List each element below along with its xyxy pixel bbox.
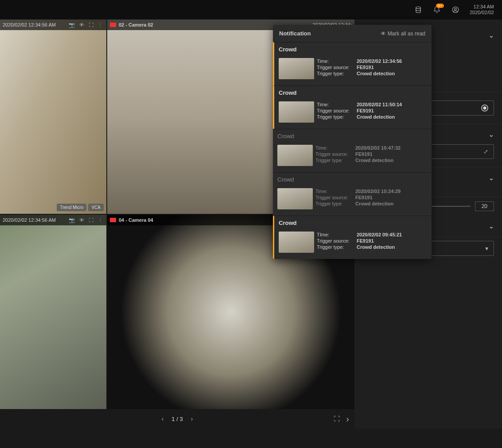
notification-item[interactable]: CrowdTime:2020/02/02 11:50:14Trigger sou… [273,85,432,129]
tile-header: 2020/02/02 12:34:56 AM 📷 👁 ⛶ ⋮ [0,19,106,30]
notif-details: TIme:2020/02/02 09:45:21Trigger source:F… [317,232,427,253]
tile-header: 2020/02/02 12:34:56 AM 📷 👁 ⛶ ⋮ [0,215,106,225]
svg-point-2 [455,8,457,10]
clock: 12:34 AM 2020/02/02 [470,4,494,15]
fullscreen-icon[interactable]: ⛶ [88,217,94,223]
notif-type: Crowd [279,220,427,226]
tile-title: 02 - Camera 02 [119,22,153,27]
notification-item[interactable]: CrowdTime:2020/02/02 12:34:56Trigger sou… [273,42,432,85]
chevron-down-icon[interactable]: ⌄ [489,131,494,138]
snapshot-icon[interactable]: 📷 [68,22,76,28]
chevron-down-icon[interactable]: ⌄ [489,223,494,230]
tile-timestamp: 2020/02/02 12:34:56 AM [3,217,56,223]
more-icon[interactable]: ⋮ [97,217,104,223]
more-icon[interactable]: ⋮ [97,22,104,28]
notif-thumbnail [277,188,313,209]
video-feed [0,19,106,214]
eye-icon: 👁 [381,31,386,37]
next-page[interactable]: › [191,415,193,422]
pager: ‹ 1 / 3 › ⛶ › [0,409,354,429]
notif-thumbnail [279,58,314,79]
rec-icon [110,23,116,27]
prev-page[interactable]: ‹ [162,415,164,422]
notif-type: Crowd [279,46,427,53]
notification-panel: Notification 👁 Mark all as read CrowdTim… [273,25,432,259]
chevron-down-icon[interactable]: ⌄ [489,32,494,39]
snapshot-icon[interactable]: 📷 [68,217,76,223]
notif-details: Time:2020/02/02 12:34:56Trigger source:F… [317,58,427,79]
camera-tile-1[interactable]: 2020/02/02 12:34:56 AM 📷 👁 ⛶ ⋮ Trend Mic… [0,19,106,214]
page-current: 1 [171,416,175,422]
notif-type: Crowd [277,133,427,139]
eye-icon[interactable]: 👁 [78,217,85,223]
collapse-panel-icon[interactable]: › [346,414,349,424]
page-total: 3 [179,416,183,422]
notif-details: Time:2020/02/02 10:24:29Trigger source:F… [315,188,427,209]
expand-icon[interactable]: ⛶ [334,415,340,422]
notification-item[interactable]: CrowdTime:2020/02/02 10:47:32Trigger sou… [273,129,432,172]
clock-time: 12:34 AM [470,4,494,10]
notif-details: Time:2020/02/02 10:47:32Trigger source:F… [315,145,427,166]
tag-vca[interactable]: VCA [88,204,104,211]
notif-thumbnail [279,101,314,123]
notif-thumbnail [279,232,314,253]
notification-item[interactable]: CrowdTIme:2020/02/02 09:45:21Trigger sou… [273,216,432,259]
notification-item[interactable]: CrowdTime:2020/02/02 10:24:29Trigger sou… [273,172,432,216]
tile-tags: Trend Micro VCA [57,204,104,211]
camera-tile-3[interactable]: 2020/02/02 12:34:56 AM 📷 👁 ⛶ ⋮ [0,215,106,409]
volume-value: 20 [475,201,494,211]
mark-all-read[interactable]: 👁 Mark all as read [381,31,425,37]
tile-timestamp: 2020/02/02 12:34:56 AM [3,22,56,27]
notification-title: Notification [279,30,311,37]
topbar: 12:34 AM 2020/02/02 [0,0,502,19]
notif-type: Crowd [277,176,427,183]
tile-title: 04 - Camera 04 [119,217,153,223]
user-icon[interactable] [451,5,460,14]
video-feed [0,215,106,409]
database-icon[interactable] [414,5,423,14]
dropdown-icon: ▾ [485,245,488,252]
chevron-down-icon[interactable]: ⌄ [489,174,494,182]
eye-icon[interactable]: 👁 [78,22,85,27]
fullscreen-icon[interactable]: ⛶ [88,22,94,27]
clock-date: 2020/02/02 [470,10,494,15]
notif-type: Crowd [279,89,427,96]
bell-icon[interactable] [432,5,441,14]
rec-icon [110,218,116,222]
notif-details: Time:2020/02/02 11:50:14Trigger source:F… [317,101,427,123]
notif-thumbnail [277,145,313,166]
tag-trend-micro[interactable]: Trend Micro [57,204,86,211]
svg-point-0 [416,7,421,9]
